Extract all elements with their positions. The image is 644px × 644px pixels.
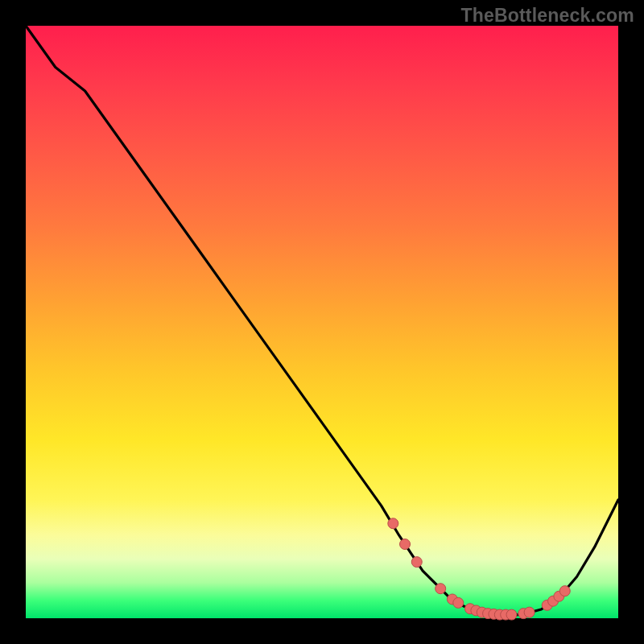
bottleneck-curve-path: [26, 26, 618, 615]
chart-frame: TheBottleneck.com: [0, 0, 644, 644]
highlight-dot: [388, 518, 398, 529]
highlight-dot: [524, 607, 535, 617]
highlight-dot: [411, 557, 422, 568]
highlight-dot: [436, 584, 446, 594]
highlight-dots: [388, 518, 570, 620]
plot-area: [26, 26, 618, 618]
highlight-dot: [506, 609, 517, 620]
highlight-dot: [400, 539, 411, 550]
watermark-text: TheBottleneck.com: [460, 5, 634, 27]
highlight-dot: [453, 597, 464, 608]
curve-layer: [26, 26, 618, 618]
highlight-dot: [559, 586, 570, 597]
